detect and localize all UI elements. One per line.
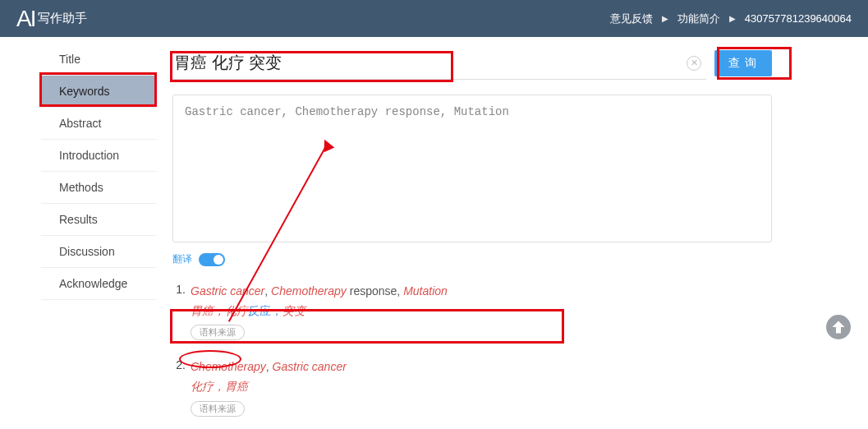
logo-mark: AI (16, 7, 34, 30)
nav-features[interactable]: 功能简介 (677, 12, 720, 26)
sidebar-item-title[interactable]: Title (41, 44, 156, 76)
result-line-en: Chemotherapy, Gastric cancer (191, 358, 772, 376)
translate-row: 翻译 (172, 252, 772, 266)
query-button[interactable]: 查询 (714, 50, 772, 76)
list-body: Chemotherapy, Gastric cancer化疗，胃癌语料来源 (191, 358, 772, 416)
sidebar-item-introduction[interactable]: Introduction (41, 140, 156, 172)
result-line-en: Gastric cancer, Chemotherapy response, M… (191, 283, 772, 300)
nav-feedback[interactable]: 意见反馈 (610, 12, 653, 26)
list-item: 1.Gastric cancer, Chemotherapy response,… (172, 283, 772, 340)
chevron-right-icon: ▶ (729, 14, 736, 23)
clear-icon[interactable]: ✕ (687, 56, 701, 71)
nav-userid: 430757781239640064 (745, 12, 852, 25)
list-body: Gastric cancer, Chemotherapy response, M… (191, 283, 772, 340)
source-button[interactable]: 语料来源 (191, 401, 245, 417)
result-line-zh: 化疗，胃癌 (191, 377, 772, 395)
translate-toggle[interactable] (199, 253, 225, 266)
result-textarea[interactable]: Gastric cancer, Chemotherapy response, M… (172, 95, 772, 242)
sidebar-item-keywords[interactable]: Keywords (41, 76, 156, 108)
result-line-zh: 胃癌，化疗反应，突变 (191, 302, 772, 320)
chevron-right-icon: ▶ (662, 14, 668, 23)
app-header: AI 写作助手 意见反馈 ▶ 功能简介 ▶ 430757781239640064 (0, 0, 868, 37)
sidebar-item-abstract[interactable]: Abstract (41, 108, 156, 140)
sidebar: TitleKeywordsAbstractIntroductionMethods… (0, 37, 156, 429)
list-item: 2.Chemotherapy, Gastric cancer化疗，胃癌语料来源 (172, 358, 772, 416)
query-input[interactable] (172, 50, 687, 76)
results-list: 1.Gastric cancer, Chemotherapy response,… (172, 283, 772, 417)
list-number: 2. (172, 358, 191, 416)
query-row: ✕ 查询 (172, 47, 772, 80)
sidebar-item-methods[interactable]: Methods (41, 172, 156, 204)
source-button[interactable]: 语料来源 (191, 325, 245, 340)
sidebar-item-results[interactable]: Results (41, 204, 156, 236)
logo: AI 写作助手 (16, 7, 87, 30)
main-panel: ✕ 查询 Gastric cancer, Chemotherapy respon… (156, 37, 797, 429)
logo-text: 写作助手 (38, 11, 87, 26)
translate-label: 翻译 (172, 252, 192, 266)
scroll-top-button[interactable] (824, 312, 853, 342)
sidebar-item-acknowledge[interactable]: Acknowledge (41, 268, 156, 300)
header-nav: 意见反馈 ▶ 功能简介 ▶ 430757781239640064 (610, 12, 852, 26)
query-input-wrap: ✕ (172, 47, 706, 80)
list-number: 1. (172, 283, 191, 340)
sidebar-item-discussion[interactable]: Discussion (41, 236, 156, 268)
